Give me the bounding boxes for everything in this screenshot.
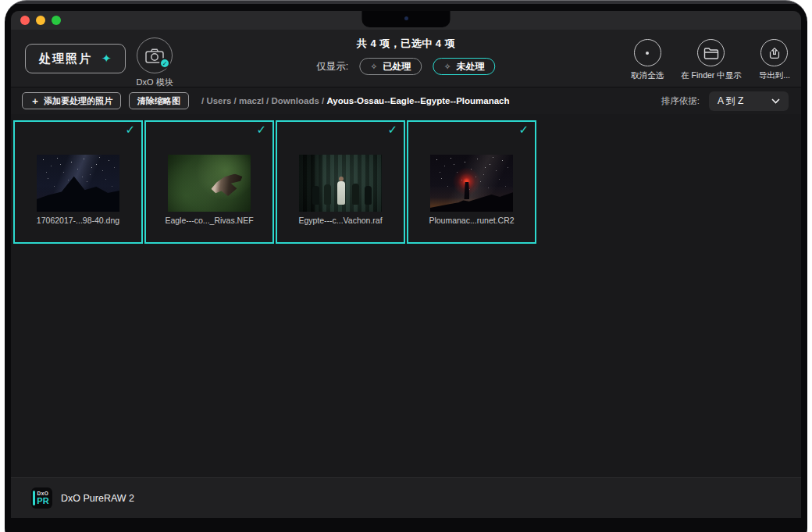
- window-titlebar: [11, 11, 801, 30]
- selected-check-icon[interactable]: ✓: [256, 123, 266, 137]
- breadcrumb-current-folder: Ayous-Ossau--Eagle--Egypte--Ploumanach: [326, 96, 509, 105]
- export-action: 导出到...: [759, 39, 790, 81]
- selected-check-icon[interactable]: ✓: [387, 123, 397, 137]
- traffic-lights: [20, 16, 61, 25]
- folder-icon: [703, 47, 719, 59]
- show-in-finder-action: 在 Finder 中显示: [681, 39, 742, 81]
- deselect-all-label: 取消全选: [631, 70, 664, 81]
- app-footer: DxO PR DxO PureRAW 2: [11, 477, 801, 518]
- camera-notch: [362, 11, 451, 27]
- add-photos-button[interactable]: ＋ 添加要处理的照片: [22, 92, 121, 109]
- photo-browser: ✓ 17062017-...98-40.dng ✓ Eagle---co..._…: [11, 114, 801, 477]
- header-left-group: 处理照片 ✦ ✓ DxO 模块: [11, 30, 173, 88]
- deselect-all-action: 取消全选: [631, 39, 664, 81]
- breadcrumb-path[interactable]: / Users / maczl / Downloads /: [201, 96, 324, 105]
- process-photos-label: 处理照片: [39, 52, 92, 66]
- deselect-all-button[interactable]: [634, 39, 661, 66]
- add-photos-label: 添加要处理的照片: [44, 95, 112, 107]
- close-window-button[interactable]: [20, 16, 30, 25]
- photo-thumbnail[interactable]: [168, 155, 251, 212]
- photo-card[interactable]: ✓ Ploumanac...runet.CR2: [407, 120, 536, 244]
- export-icon: [767, 45, 782, 61]
- filter-processed-label: 已处理: [383, 60, 411, 73]
- show-in-finder-label: 在 Finder 中显示: [681, 70, 742, 81]
- photo-card[interactable]: ✓ 17062017-...98-40.dng: [13, 120, 143, 244]
- chevron-down-icon: [771, 98, 780, 104]
- app-logo: DxO PR: [31, 487, 52, 509]
- app-header: 处理照片 ✦ ✓ DxO 模块: [11, 30, 801, 87]
- process-photos-button[interactable]: 处理照片 ✦: [25, 44, 126, 73]
- photo-filename: Eagle---co..._Rivas.NEF: [146, 216, 272, 225]
- export-button[interactable]: [760, 39, 788, 66]
- app-window: 处理照片 ✦ ✓ DxO 模块: [11, 11, 801, 518]
- clear-thumbnails-label: 清除缩略图: [137, 95, 180, 107]
- filter-processed-button[interactable]: ✧ 已处理: [359, 58, 422, 75]
- photo-filename: 17062017-...98-40.dng: [15, 216, 141, 225]
- photo-thumbnail[interactable]: [299, 155, 382, 212]
- photo-thumbnail[interactable]: [430, 155, 513, 212]
- selected-check-icon[interactable]: ✓: [125, 123, 135, 137]
- page-background: 处理照片 ✦ ✓ DxO 模块: [0, 0, 812, 532]
- sparkle-outline-icon: ✧: [443, 62, 451, 72]
- lighthouse-silhouette: [464, 182, 469, 199]
- show-in-finder-button[interactable]: [697, 39, 725, 66]
- dxo-modules-button[interactable]: ✓: [137, 37, 173, 73]
- photo-filename: Ploumanac...runet.CR2: [408, 216, 535, 225]
- laptop-bezel: 处理照片 ✦ ✓ DxO 模块: [5, 0, 807, 532]
- logo-pr-text: PR: [37, 496, 48, 505]
- photo-card[interactable]: ✓ Eagle---co..._Rivas.NEF: [144, 120, 274, 244]
- dxo-modules: ✓ DxO 模块: [137, 37, 173, 88]
- dxo-modules-label: DxO 模块: [137, 77, 173, 88]
- logo-dxo-text: DxO: [37, 491, 49, 496]
- selected-check-icon[interactable]: ✓: [518, 123, 529, 137]
- breadcrumb: / Users / maczl / Downloads / Ayous-Ossa…: [201, 96, 510, 105]
- photo-grid: ✓ 17062017-...98-40.dng ✓ Eagle---co..._…: [11, 114, 801, 244]
- header-center-group: 共 4 项，已选中 4 项 仅显示: ✧ 已处理 ✧ 未处理: [316, 30, 495, 75]
- sparkle-icon: ✦: [102, 52, 112, 66]
- sort-dropdown[interactable]: A 到 Z: [709, 91, 789, 111]
- camera-dot-icon: [404, 16, 408, 20]
- clear-thumbnails-button[interactable]: 清除缩略图: [129, 92, 189, 109]
- export-label: 导出到...: [759, 70, 790, 81]
- filter-row: 仅显示: ✧ 已处理 ✧ 未处理: [316, 58, 495, 75]
- photo-card[interactable]: ✓ Egypte---c...Vachon.raf: [276, 120, 405, 244]
- selection-summary: 共 4 项，已选中 4 项: [316, 37, 495, 51]
- filter-unprocessed-button[interactable]: ✧ 未处理: [433, 58, 495, 75]
- minimize-window-button[interactable]: [36, 16, 45, 25]
- toolbar: ＋ 添加要处理的照片 清除缩略图 / Users / maczl / Downl…: [11, 87, 801, 114]
- zoom-window-button[interactable]: [52, 16, 61, 25]
- module-status-badge-icon: ✓: [159, 58, 170, 69]
- sparkle-outline-icon: ✧: [370, 62, 377, 72]
- filter-unprocessed-label: 未处理: [457, 60, 485, 73]
- sort-by-label: 排序依据:: [661, 95, 700, 107]
- photo-filename: Egypte---c...Vachon.raf: [277, 216, 404, 225]
- app-name: DxO PureRAW 2: [61, 493, 134, 504]
- dot-icon: [646, 52, 649, 55]
- header-actions: 取消全选 在 Finder 中显示: [631, 30, 801, 81]
- sort-dropdown-value: A 到 Z: [718, 95, 743, 108]
- photo-thumbnail[interactable]: [37, 155, 119, 212]
- plus-icon: ＋: [30, 95, 40, 108]
- filter-label: 仅显示:: [316, 60, 348, 73]
